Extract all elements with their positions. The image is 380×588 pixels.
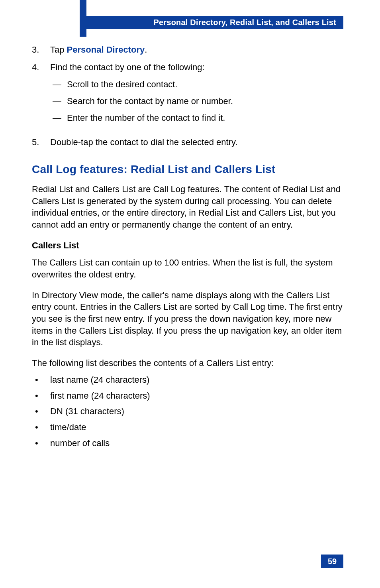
bullet-text: first name (24 characters)	[50, 390, 150, 402]
list-item: • DN (31 characters)	[32, 405, 347, 417]
sub-text: Enter the number of the contact to find …	[67, 112, 225, 124]
page-number-box: 59	[321, 555, 343, 568]
paragraph: Redial List and Callers List are Call Lo…	[32, 183, 347, 231]
sub-text: Scroll to the desired contact.	[67, 79, 178, 90]
bullet-text: number of calls	[50, 437, 110, 449]
step-number: 3.	[32, 44, 50, 56]
list-item: • time/date	[32, 421, 347, 433]
sub-list: — Scroll to the desired contact. — Searc…	[50, 79, 347, 124]
bullet-icon: •	[32, 437, 50, 449]
header-bar: Personal Directory, Redial List, and Cal…	[86, 16, 343, 29]
page-header: Personal Directory, Redial List, and Cal…	[0, 0, 380, 32]
dash-icon: —	[53, 79, 67, 90]
header-sidebar-tab	[80, 0, 86, 37]
bullet-icon: •	[32, 390, 50, 402]
sub-item: — Search for the contact by name or numb…	[50, 95, 347, 107]
sub-item: — Scroll to the desired contact.	[50, 79, 347, 90]
bullet-text: last name (24 characters)	[50, 374, 149, 386]
page-number: 59	[328, 557, 337, 566]
paragraph: The following list describes the content…	[32, 357, 347, 369]
bullet-text: time/date	[50, 421, 86, 433]
step-text-suffix: .	[145, 45, 147, 55]
header-title: Personal Directory, Redial List, and Cal…	[154, 18, 336, 27]
bullet-icon: •	[32, 405, 50, 417]
dash-icon: —	[53, 95, 67, 107]
sub-text: Search for the contact by name or number…	[67, 95, 233, 107]
step-5: 5. Double-tap the contact to dial the se…	[32, 136, 347, 148]
bullet-text: DN (31 characters)	[50, 405, 124, 417]
step-body: Find the contact by one of the following…	[50, 61, 347, 129]
sub-item: — Enter the number of the contact to fin…	[50, 112, 347, 124]
bullet-icon: •	[32, 421, 50, 433]
list-item: • number of calls	[32, 437, 347, 449]
step-body: Tap Personal Directory.	[50, 44, 347, 56]
personal-directory-link: Personal Directory	[67, 45, 145, 55]
step-4: 4. Find the contact by one of the follow…	[32, 61, 347, 129]
list-item: • last name (24 characters)	[32, 374, 347, 386]
sub-heading: Callers List	[32, 240, 347, 252]
step-number: 5.	[32, 136, 50, 148]
paragraph: The Callers List can contain up to 100 e…	[32, 257, 347, 280]
page-content: 3. Tap Personal Directory. 4. Find the c…	[32, 44, 347, 453]
paragraph: In Directory View mode, the caller's nam…	[32, 289, 347, 348]
step-text-prefix: Tap	[50, 45, 67, 55]
step-number: 4.	[32, 61, 50, 129]
step-3: 3. Tap Personal Directory.	[32, 44, 347, 56]
bullet-list: • last name (24 characters) • first name…	[32, 374, 347, 449]
step-text: Find the contact by one of the following…	[50, 62, 205, 72]
step-text: Double-tap the contact to dial the selec…	[50, 136, 347, 148]
bullet-icon: •	[32, 374, 50, 386]
dash-icon: —	[53, 112, 67, 124]
list-item: • first name (24 characters)	[32, 390, 347, 402]
section-heading: Call Log features: Redial List and Calle…	[32, 162, 347, 177]
